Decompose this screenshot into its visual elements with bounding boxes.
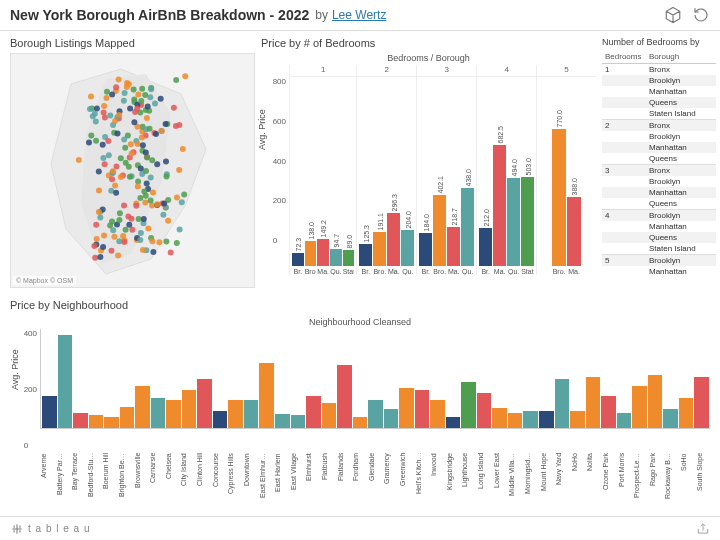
neigh-bar[interactable]: [89, 415, 104, 428]
neigh-bar[interactable]: [197, 379, 212, 428]
side-table[interactable]: Bedrooms Borough 1BronxBrooklynManhattan…: [602, 50, 716, 277]
neigh-bar[interactable]: [322, 403, 337, 428]
table-row[interactable]: 3Bronx: [602, 164, 716, 176]
neigh-bar[interactable]: [58, 335, 73, 428]
neigh-bar[interactable]: [42, 396, 57, 428]
share-icon[interactable]: [696, 522, 710, 536]
neigh-bar[interactable]: [446, 417, 461, 428]
table-row[interactable]: Staten Island: [602, 243, 716, 254]
neigh-bar[interactable]: [384, 409, 399, 428]
table-row[interactable]: Queens: [602, 153, 716, 164]
svg-point-148: [127, 106, 133, 112]
neigh-bar[interactable]: [151, 398, 166, 428]
bar-wrap[interactable]: 191.1: [373, 223, 386, 266]
table-row[interactable]: Manhattan: [602, 187, 716, 198]
neigh-bar[interactable]: [415, 390, 430, 428]
svg-point-191: [116, 217, 122, 223]
cube-icon[interactable]: [664, 6, 682, 24]
neigh-chart[interactable]: Neighbourhood Cleansed Avg. Price 400200…: [10, 315, 710, 516]
bar-wrap[interactable]: 149.2: [317, 230, 329, 266]
neigh-x-tick: Long Island: [477, 453, 492, 516]
bar-wrap[interactable]: 94.7: [330, 240, 342, 266]
neigh-bar[interactable]: [555, 379, 570, 428]
table-row[interactable]: Brooklyn: [602, 131, 716, 142]
bar-wrap[interactable]: 494.0: [507, 169, 520, 266]
neigh-bar[interactable]: [104, 417, 119, 428]
table-row[interactable]: 5Brooklyn: [602, 254, 716, 266]
reset-icon[interactable]: [692, 6, 710, 24]
table-row[interactable]: Manhattan: [602, 86, 716, 97]
bar-wrap[interactable]: 388.0: [567, 188, 581, 266]
neigh-bar[interactable]: [399, 388, 414, 428]
svg-point-26: [107, 112, 113, 118]
neigh-bar[interactable]: [523, 411, 538, 428]
map[interactable]: © Mapbox © OSM: [10, 53, 255, 288]
neigh-bar[interactable]: [477, 393, 492, 428]
neigh-bar[interactable]: [617, 413, 632, 428]
bar-wrap[interactable]: 72.3: [292, 244, 304, 266]
neigh-bar[interactable]: [275, 414, 290, 428]
neigh-bar[interactable]: [601, 396, 616, 428]
neigh-bar[interactable]: [492, 408, 507, 428]
table-row[interactable]: Brooklyn: [602, 75, 716, 86]
neigh-bar[interactable]: [244, 400, 259, 429]
cell-bedrooms: [602, 221, 646, 232]
neigh-bar[interactable]: [291, 415, 306, 428]
bar-wrap[interactable]: 204.0: [401, 221, 414, 266]
bar-wrap[interactable]: 212.0: [479, 219, 492, 266]
neigh-bar[interactable]: [508, 413, 523, 428]
bar-wrap[interactable]: 438.0: [461, 179, 474, 266]
neigh-bar[interactable]: [368, 400, 383, 429]
neigh-bar[interactable]: [430, 400, 445, 428]
table-row[interactable]: 4Brooklyn: [602, 209, 716, 221]
neigh-bar[interactable]: [259, 363, 274, 428]
neigh-bar[interactable]: [73, 413, 88, 428]
table-row[interactable]: Manhattan: [602, 221, 716, 232]
neigh-bar[interactable]: [337, 365, 352, 428]
bar-wrap[interactable]: 682.5: [493, 136, 506, 266]
table-row[interactable]: Manhattan: [602, 266, 716, 277]
table-row[interactable]: Brooklyn: [602, 176, 716, 187]
neigh-bar[interactable]: [120, 407, 135, 428]
bar-wrap[interactable]: 503.0: [521, 168, 534, 266]
neigh-bar[interactable]: [648, 375, 663, 428]
bar-value: 438.0: [464, 179, 471, 187]
table-row[interactable]: Queens: [602, 198, 716, 209]
svg-point-104: [135, 141, 141, 147]
bedrooms-chart[interactable]: Bedrooms / Borough Avg. Price 8006004002…: [261, 53, 596, 297]
neigh-bar[interactable]: [166, 400, 181, 429]
table-row[interactable]: Queens: [602, 232, 716, 243]
neigh-bar[interactable]: [306, 396, 321, 428]
table-row[interactable]: Queens: [602, 97, 716, 108]
bar-wrap[interactable]: 89.0: [343, 241, 355, 266]
neigh-bar[interactable]: [213, 411, 228, 428]
neigh-bar[interactable]: [679, 398, 694, 428]
bar-wrap[interactable]: 218.7: [447, 218, 460, 266]
neigh-bar[interactable]: [228, 400, 243, 429]
bar-wrap[interactable]: 138.0: [305, 232, 317, 266]
bar: [401, 230, 414, 266]
author-link[interactable]: Lee Wertz: [332, 8, 386, 22]
neigh-bar[interactable]: [461, 382, 476, 428]
neigh-bar[interactable]: [632, 386, 647, 428]
table-row[interactable]: Staten Island: [602, 108, 716, 119]
table-row[interactable]: Manhattan: [602, 142, 716, 153]
bar-wrap[interactable]: 770.0: [552, 120, 566, 266]
bar: [292, 253, 304, 266]
neigh-bar[interactable]: [570, 411, 585, 428]
y-tick: 200: [273, 196, 286, 205]
neigh-bar[interactable]: [182, 390, 197, 428]
bar-wrap[interactable]: 402.1: [433, 186, 446, 266]
svg-point-112: [114, 164, 120, 170]
bar-wrap[interactable]: 184.0: [419, 224, 432, 266]
neigh-bar[interactable]: [135, 386, 150, 428]
neigh-bar[interactable]: [353, 417, 368, 428]
neigh-bar[interactable]: [694, 377, 709, 428]
neigh-bar[interactable]: [539, 411, 554, 428]
bar-wrap[interactable]: 296.3: [387, 204, 400, 266]
table-row[interactable]: 1Bronx: [602, 64, 716, 75]
bar-wrap[interactable]: 125.3: [359, 235, 372, 266]
neigh-bar[interactable]: [663, 409, 678, 428]
table-row[interactable]: 2Bronx: [602, 119, 716, 131]
neigh-bar[interactable]: [586, 377, 601, 428]
